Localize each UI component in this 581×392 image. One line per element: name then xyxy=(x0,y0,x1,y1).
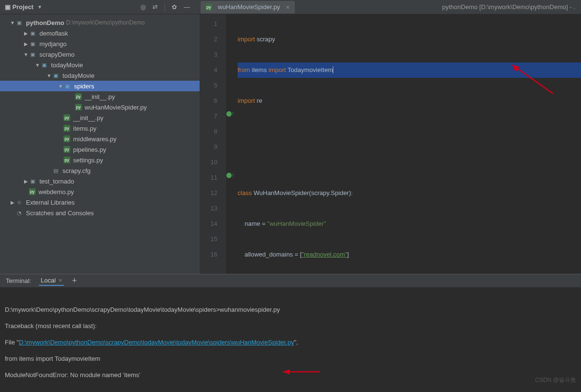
settings-icon[interactable]: ✿ xyxy=(172,3,177,11)
close-tab-icon[interactable]: × xyxy=(286,3,290,11)
folder-icon: ▣ xyxy=(29,177,37,185)
folder-icon: ▣ xyxy=(15,19,23,26)
python-file-icon: py xyxy=(63,125,70,132)
tree-item[interactable]: ▶pywuHanMovieSpider.py xyxy=(0,102,200,112)
close-terminal-icon[interactable]: × xyxy=(59,277,63,284)
tree-item-label: pythonDemo xyxy=(26,19,64,26)
expand-arrow[interactable]: ▼ xyxy=(35,62,40,68)
editor-tab[interactable]: py wuHanMovieSpider.py × xyxy=(201,1,295,13)
override-marker-up[interactable]: ⬤↑ xyxy=(226,110,235,117)
terminal-label: Terminal: xyxy=(6,277,31,284)
tree-item[interactable]: ▶▣demoflask xyxy=(0,28,200,38)
tree-item-label: test_tornado xyxy=(39,178,74,185)
tree-item-label: Scratches and Consoles xyxy=(26,209,94,217)
tree-item[interactable]: ▶◔Scratches and Consoles xyxy=(0,208,200,218)
hide-icon[interactable]: — xyxy=(184,3,190,11)
tree-item-label: scrapy.cfg xyxy=(63,167,90,174)
python-file-icon: py xyxy=(63,157,70,163)
expand-icon[interactable]: ⇄ xyxy=(152,3,158,11)
tree-item[interactable]: ▶▣test_tornado xyxy=(0,176,200,186)
folder-icon: ▣ xyxy=(29,40,37,48)
project-tool-window-label[interactable]: ▣ Project xyxy=(5,3,34,11)
folder-icon: ▣ xyxy=(40,61,48,69)
tree-item-label: mydjango xyxy=(39,40,66,48)
expand-arrow[interactable]: ▼ xyxy=(46,73,52,78)
tree-item-label: spiders xyxy=(74,83,94,90)
python-file-icon: py xyxy=(63,114,70,121)
tree-item-label: webdemo.py xyxy=(38,188,74,196)
python-file-icon: py xyxy=(63,135,70,142)
line-numbers: 12345678910111213141516 xyxy=(200,14,226,274)
project-tree[interactable]: ▼▣pythonDemoD:\mywork\Demo\pythonDemo▶▣d… xyxy=(0,14,200,274)
watermark: CSDN @奋斗鱼 xyxy=(535,372,576,388)
tree-item[interactable]: ▼▣scrapyDemo xyxy=(0,49,200,60)
python-file-icon: py xyxy=(29,188,36,195)
tree-item-label: __init__.py xyxy=(85,93,115,100)
tree-item-path: D:\mywork\Demo\pythonDemo xyxy=(66,19,144,26)
folder-icon: ▣ xyxy=(29,50,37,58)
file-link[interactable]: D:\mywork\Demo\pythonDemo\scrapyDemo\tod… xyxy=(19,339,294,346)
tree-item-label: todayMovie xyxy=(63,72,94,79)
folder-icon: ⎋ xyxy=(15,198,23,206)
new-terminal-icon[interactable]: + xyxy=(72,276,77,286)
tree-item[interactable]: ▶▤scrapy.cfg xyxy=(0,165,200,176)
window-title: pythonDemo [D:\mywork\Demo\pythonDemo] -… xyxy=(436,0,581,14)
expand-arrow[interactable]: ▼ xyxy=(10,20,15,25)
code-editor[interactable]: import scrapy from items import Todaymov… xyxy=(226,14,581,274)
tree-item[interactable]: ▼▣pythonDemoD:\mywork\Demo\pythonDemo xyxy=(0,17,200,28)
tree-item-label: todayMovie xyxy=(51,61,83,69)
tree-item[interactable]: ▼▣todayMovie xyxy=(0,70,200,81)
folder-icon: ▣ xyxy=(52,72,60,79)
folder-icon: ▣ xyxy=(29,29,37,37)
expand-arrow[interactable]: ▼ xyxy=(58,84,63,89)
expand-arrow[interactable]: ▶ xyxy=(23,31,29,36)
locate-icon[interactable]: ◎ xyxy=(140,3,146,11)
tree-item[interactable]: ▶▣mydjango xyxy=(0,38,200,49)
python-file-icon: py xyxy=(75,93,82,100)
tree-item-label: __init__.py xyxy=(73,114,103,122)
python-file-icon: py xyxy=(75,104,82,110)
tree-item-label: items.py xyxy=(73,125,96,132)
tree-item-label: settings.py xyxy=(73,157,103,164)
tree-item[interactable]: ▼▣todayMovie xyxy=(0,60,200,70)
terminal-tab[interactable]: Local× xyxy=(39,276,64,286)
tree-item-label: wuHanMovieSpider.py xyxy=(85,104,147,111)
tree-item[interactable]: ▶pypipelines.py xyxy=(0,144,200,155)
tree-item[interactable]: ▶⎋External Libraries xyxy=(0,197,200,208)
override-marker-up[interactable]: ⬤↑ xyxy=(226,172,235,178)
tree-item-label: pipelines.py xyxy=(73,146,106,153)
tab-label: wuHanMovieSpider.py xyxy=(218,3,280,11)
python-file-icon: py xyxy=(205,4,212,11)
expand-arrow[interactable]: ▶ xyxy=(10,200,15,205)
expand-arrow[interactable]: ▶ xyxy=(23,179,29,184)
tree-item-label: demoflask xyxy=(39,30,68,37)
tree-item-label: scrapyDemo xyxy=(39,51,75,58)
tree-item[interactable]: ▶pyitems.py xyxy=(0,123,200,134)
tree-item[interactable]: ▶pymiddlewares.py xyxy=(0,134,200,144)
python-file-icon: py xyxy=(63,146,70,153)
terminal-output[interactable]: D:\mywork\Demo\pythonDemo\scrapyDemo\tod… xyxy=(0,287,581,392)
project-dropdown[interactable]: ▼ xyxy=(38,4,42,10)
tree-item-label: middlewares.py xyxy=(73,135,116,143)
folder-icon: ▣ xyxy=(63,82,71,90)
tree-item[interactable]: ▼▣spiders xyxy=(0,81,200,91)
folder-icon: ◔ xyxy=(15,209,23,217)
folder-icon: ▤ xyxy=(52,167,60,174)
tree-item-label: External Libraries xyxy=(26,199,75,206)
expand-arrow[interactable]: ▶ xyxy=(23,41,29,47)
tree-item[interactable]: ▶py__init__.py xyxy=(0,112,200,123)
expand-arrow[interactable]: ▼ xyxy=(23,52,29,57)
terminal-header: Terminal: Local× + xyxy=(0,274,581,287)
tree-item[interactable]: ▶py__init__.py xyxy=(0,91,200,102)
tree-item[interactable]: ▶pysettings.py xyxy=(0,155,200,165)
tree-item[interactable]: ▶pywebdemo.py xyxy=(0,186,200,197)
